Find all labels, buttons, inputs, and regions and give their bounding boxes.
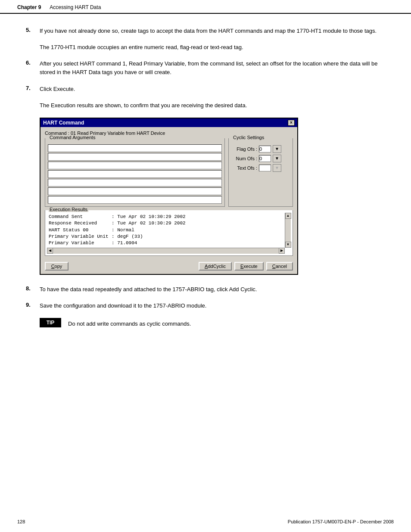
page-footer: 128 Publication 1757-UM007D-EN-P - Decem… (17, 519, 394, 524)
cyclic-num-row: Num Ofs : ▼ (231, 155, 290, 162)
dialog-title: HART Command (43, 120, 84, 126)
hart-command-dialog: HART Command × Command : 01 Read Primary… (40, 118, 298, 275)
dialog-titlebar: HART Command × (40, 118, 297, 127)
execute-button[interactable]: Execute (234, 262, 264, 271)
cyclic-text-input[interactable] (259, 165, 271, 171)
publication-info: Publication 1757-UM007D-EN-P - December … (288, 519, 394, 524)
step-number-5: 5. (26, 27, 35, 35)
exec-vertical-scrollbar[interactable]: ▲ ▼ (285, 213, 291, 248)
exec-key-4: Primary Variable (49, 240, 109, 246)
cyclic-flag-input[interactable] (259, 146, 271, 152)
dialog-main-row: Command Arguments Cycli (45, 138, 293, 207)
step-7-continuation: The Execution results are shown, to conf… (40, 101, 385, 110)
cyclic-num-dropdown[interactable]: ▼ (273, 155, 281, 162)
command-arguments-inputs (48, 144, 222, 204)
step-8: 8. To have the data read repeatedly and … (26, 285, 385, 294)
execution-results-label: Execution Results (49, 207, 88, 212)
dialog-body: Command : 01 Read Primary Variable from … (40, 127, 297, 259)
cmd-arg-input-3[interactable] (48, 162, 222, 169)
step-text-6: After you select HART command 1, Read Pr… (40, 59, 385, 77)
execution-results-section: Execution Results Command Sent : Tue Apr… (45, 210, 293, 256)
tip-text: Do not add write commands as cyclic comm… (68, 318, 191, 328)
command-arguments-label: Command Arguments (49, 135, 96, 140)
exec-val-0: : Tue Apr 02 10:30:29 2002 (112, 214, 186, 220)
main-content: 5. If you have not already done so, crea… (0, 14, 411, 350)
step-5: 5. If you have not already done so, crea… (26, 27, 385, 35)
exec-key-2: HART Status 00 (49, 227, 109, 233)
page-number: 128 (17, 519, 25, 524)
tip-box: TIP Do not add write commands as cyclic … (40, 318, 385, 328)
cyclic-flag-label: Flag Ofs : (231, 146, 257, 152)
exec-hscroll-right[interactable]: ▶ (279, 248, 285, 254)
exec-key-0: Command Sent (49, 214, 109, 220)
exec-results-container: Command Sent : Tue Apr 02 10:30:29 2002 … (47, 213, 291, 248)
exec-scroll-down[interactable]: ▼ (285, 242, 291, 248)
step-text-7: Click Execute. (40, 85, 75, 93)
exec-hscroll-left[interactable]: ◀ (47, 248, 53, 254)
command-arguments-group: Command Arguments (45, 138, 225, 207)
exec-val-1: : Tue Apr 02 10:30:29 2002 (112, 220, 186, 227)
cmd-arg-input-1[interactable] (48, 144, 222, 152)
exec-row-3: Primary Variable Unit : degF (33) (49, 233, 283, 240)
cmd-arg-input-4[interactable] (48, 170, 222, 178)
page-header: Chapter 9 Accessing HART Data (0, 0, 411, 14)
exec-row-2: HART Status 00 : Normal (49, 227, 283, 233)
exec-row-0: Command Sent : Tue Apr 02 10:30:29 2002 (49, 214, 283, 220)
cyclic-text-dropdown[interactable]: ▼ (273, 164, 281, 172)
chapter-label: Chapter 9 (17, 4, 41, 10)
cyclic-flag-dropdown[interactable]: ▼ (273, 145, 281, 153)
exec-val-2: : Normal (112, 227, 134, 233)
cyclic-num-label: Num Ofs : (231, 156, 257, 161)
cyclic-settings-group: Cyclic Settings Flag Ofs : ▼ Num Ofs : ▼ (228, 138, 293, 207)
step-number-7: 7. (26, 85, 35, 93)
cyclic-text-label: Text Ofs : (231, 165, 257, 171)
section-title: Accessing HART Data (50, 4, 101, 10)
exec-val-4: : 71.0904 (112, 240, 137, 246)
exec-row-1: Response Received : Tue Apr 02 10:30:29 … (49, 220, 283, 227)
step-text-8: To have the data read repeatedly and att… (40, 285, 257, 294)
cyclic-fields: Flag Ofs : ▼ Num Ofs : ▼ Text Ofs : (231, 145, 290, 172)
exec-hscroll-track (53, 248, 279, 254)
copy-button[interactable]: Copy (45, 262, 68, 271)
cmd-arg-input-6[interactable] (48, 187, 222, 195)
cmd-arg-input-5[interactable] (48, 179, 222, 187)
tip-label: TIP (40, 318, 61, 327)
cyclic-flag-row: Flag Ofs : ▼ (231, 145, 290, 153)
cmd-arg-input-2[interactable] (48, 153, 222, 161)
add-cyclic-button[interactable]: AddCyclic (199, 262, 232, 271)
step-number-6: 6. (26, 59, 35, 77)
step-5-continuation: The 1770-HT1 module occupies an entire n… (40, 43, 385, 52)
step-text-5: If you have not already done so, create … (40, 27, 377, 35)
step-number-9: 9. (26, 302, 35, 310)
exec-scroll-up[interactable]: ▲ (285, 213, 291, 219)
dialog-close-button[interactable]: × (288, 120, 295, 126)
cmd-arg-input-7[interactable] (48, 196, 222, 204)
exec-key-3: Primary Variable Unit (49, 233, 109, 240)
cyclic-num-input[interactable] (259, 155, 271, 162)
step-7: 7. Click Execute. (26, 85, 385, 93)
step-6: 6. After you select HART command 1, Read… (26, 59, 385, 77)
exec-row-4: Primary Variable : 71.0904 (49, 240, 283, 246)
dialog-buttons-row: Copy AddCyclic Execute Cancel (40, 259, 297, 274)
cyclic-settings-label: Cyclic Settings (232, 135, 265, 140)
step-9: 9. Save the configuration and download i… (26, 302, 385, 310)
cancel-button[interactable]: Cancel (266, 262, 293, 271)
exec-val-3: : degF (33) (112, 233, 143, 240)
exec-results-inner: Command Sent : Tue Apr 02 10:30:29 2002 … (47, 213, 285, 248)
step-number-8: 8. (26, 285, 35, 294)
execution-results-group: Execution Results Command Sent : Tue Apr… (45, 210, 293, 256)
step-text-9: Save the configuration and download it t… (40, 302, 206, 310)
exec-key-1: Response Received (49, 220, 109, 227)
exec-hscroll-area: ◀ ▶ (47, 248, 285, 254)
cyclic-text-row: Text Ofs : ▼ (231, 164, 290, 172)
dialog-wrapper: HART Command × Command : 01 Read Primary… (40, 118, 385, 275)
